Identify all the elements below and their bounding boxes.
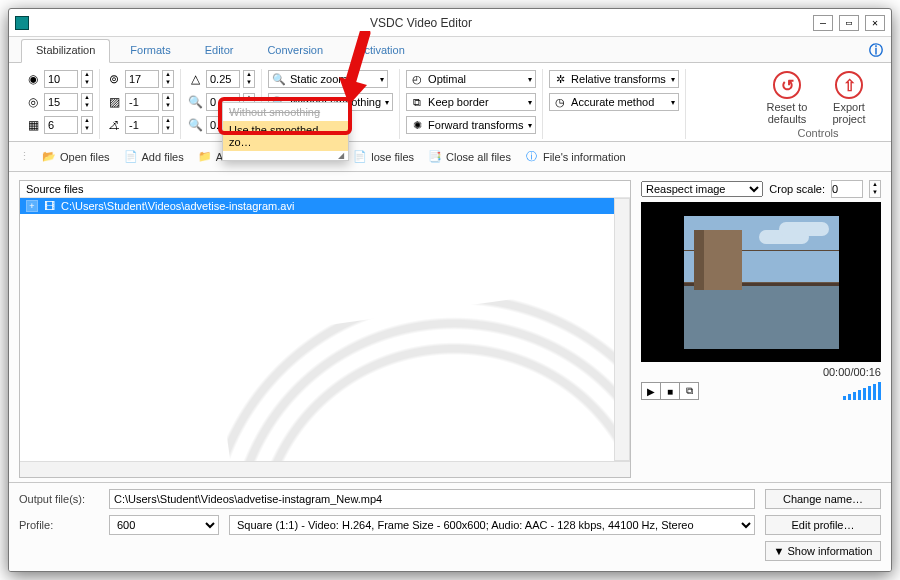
change-name-button[interactable]: Change name… [765,489,881,509]
timecode: 00:00/00:16 [641,366,881,378]
help-icon[interactable]: ⓘ [869,42,883,60]
num-3[interactable] [44,116,78,134]
ribbon-group-2: ⊚▲▼ ▨▲▼ ⦨▲▼ [100,69,181,139]
titlebar: VSDC Video Editor — ▭ ✕ [9,9,891,37]
vertical-scrollbar[interactable] [614,198,630,461]
radius-icon: ◉ [25,71,41,87]
close-file-icon: 📄 [353,150,367,164]
tab-formats[interactable]: Formats [116,40,184,62]
smoothing-dropdown-list: Without smoothing Use the smoothed zo… ◢ [222,102,349,161]
wave-icon: ⊚ [106,71,122,87]
open-files-button[interactable]: 📂Open files [42,150,110,164]
num-4[interactable] [125,70,159,88]
ribbon-group-5: ◴Optimal▾ ⧉Keep border▾ ✺Forward transfo… [400,69,543,139]
radius-spin[interactable]: ▲▼ [81,70,93,88]
horizontal-scrollbar[interactable] [20,461,630,477]
transform-mode-label: Relative transforms [571,73,666,85]
cropscale-label: Crop scale: [769,183,825,195]
border-combo[interactable]: ⧉Keep border▾ [406,93,536,111]
spin-7[interactable]: ▲▼ [243,70,255,88]
ribbon: ◉▲▼ ◎▲▼ ▦▲▼ ⊚▲▼ ▨▲▼ ⦨▲▼ △▲▼ 🔍▲▼ 🔍▲▼ 🔍Sta… [9,63,891,142]
transform-dir-combo[interactable]: ✺Forward transforms▾ [406,116,536,134]
num-2[interactable] [44,93,78,111]
app-icon [15,16,29,30]
zoom-mode-label: Static zoom [290,73,347,85]
folder-icon: 📁 [198,150,212,164]
volume-meter[interactable] [843,382,881,400]
file-toolbar: ⋮ 📂Open files 📄Add files 📁Add 📄lose file… [9,142,891,172]
tab-activation[interactable]: Activation [343,40,419,62]
radius-input[interactable] [44,70,78,88]
spin-4[interactable]: ▲▼ [162,70,174,88]
filmstrip-watermark [214,283,614,461]
tab-stabilization[interactable]: Stabilization [21,39,110,63]
source-files-header: Source files [20,181,630,198]
cropscale-spin[interactable]: ▲▼ [869,180,881,198]
show-information-button[interactable]: ▼ Show information [765,541,881,561]
info-icon: ⓘ [525,150,539,164]
undo-icon: ↺ [773,71,801,99]
triangle-icon: △ [187,71,203,87]
spin-5[interactable]: ▲▼ [162,93,174,111]
ribbon-group-6: ✲Relative transforms▾ ◷Accurate method▾ [543,69,686,139]
dropdown-item-without-smoothing[interactable]: Without smoothing [223,103,348,121]
profile-size-combo[interactable]: 600 [109,515,219,535]
cropscale-input[interactable] [831,180,863,198]
close-all-icon: 📑 [428,150,442,164]
export-project-button[interactable]: ⇧ Export project [825,71,873,125]
tab-conversion[interactable]: Conversion [253,40,337,62]
num-7[interactable] [206,70,240,88]
app-window: VSDC Video Editor — ▭ ✕ Stabilization Fo… [8,8,892,572]
dropdown-item-use-smoothed[interactable]: Use the smoothed zo… [223,121,348,151]
output-file-input[interactable] [109,489,755,509]
controls-group-label: Controls [763,127,873,139]
spin-2[interactable]: ▲▼ [81,93,93,111]
maximize-button[interactable]: ▭ [839,15,859,31]
spin-3[interactable]: ▲▼ [81,116,93,134]
method-label: Accurate method [571,96,654,108]
profile-row-label: Profile: [19,519,99,531]
output-panel: Output file(s): Change name… Profile: 60… [9,482,891,571]
tab-strip: Stabilization Formats Editor Conversion … [9,37,891,63]
dropdown-resize-grip[interactable]: ◢ [223,151,348,160]
app-title: VSDC Video Editor [35,16,807,30]
dial-icon: ◴ [410,72,424,86]
border-label: Keep border [428,96,489,108]
reaspect-combo[interactable]: Reaspect image [641,181,763,197]
num-6[interactable] [125,116,159,134]
spin-6[interactable]: ▲▼ [162,116,174,134]
reset-defaults-button[interactable]: ↺ Reset to defaults [763,71,811,125]
add-icon: 📄 [124,150,138,164]
tab-editor[interactable]: Editor [191,40,248,62]
close-files-button[interactable]: 📄lose files [353,150,414,164]
box-icon: ▨ [106,94,122,110]
open-icon: 📂 [42,150,56,164]
ribbon-controls-group: ↺ Reset to defaults ⇧ Export project Con… [755,69,881,139]
transform-dir-label: Forward transforms [428,119,523,131]
play-button[interactable]: ▶ [641,382,661,400]
zoom2-icon: 🔍 [187,117,203,133]
add-files-button[interactable]: 📄Add files [124,150,184,164]
optimal-label: Optimal [428,73,466,85]
file-info-button[interactable]: ⓘFile's information [525,150,626,164]
close-all-files-button[interactable]: 📑Close all files [428,150,511,164]
ribbon-group-1: ◉▲▼ ◎▲▼ ▦▲▼ [19,69,100,139]
minimize-button[interactable]: — [813,15,833,31]
zoom-mode-combo[interactable]: 🔍Static zoom▾ [268,70,388,88]
optimal-combo[interactable]: ◴Optimal▾ [406,70,536,88]
num-5[interactable] [125,93,159,111]
preview-viewport[interactable] [641,202,881,362]
expand-icon[interactable]: + [26,200,38,212]
close-button[interactable]: ✕ [865,15,885,31]
method-combo[interactable]: ◷Accurate method▾ [549,93,679,111]
profile-desc-combo[interactable]: Square (1:1) - Video: H.264, Frame Size … [229,515,755,535]
stop-button[interactable]: ■ [660,382,680,400]
source-file-row[interactable]: + 🎞 C:\Users\Student\Videos\advetise-ins… [20,198,614,214]
transform-mode-combo[interactable]: ✲Relative transforms▾ [549,70,679,88]
edit-profile-button[interactable]: Edit profile… [765,515,881,535]
crop-icon: ⧉ [410,95,424,109]
sun-icon: ✺ [410,118,424,132]
export-label: Export project [825,102,873,125]
capture-button[interactable]: ⧉ [679,382,699,400]
source-files-panel: Source files + 🎞 C:\Users\Student\Videos… [19,180,631,478]
